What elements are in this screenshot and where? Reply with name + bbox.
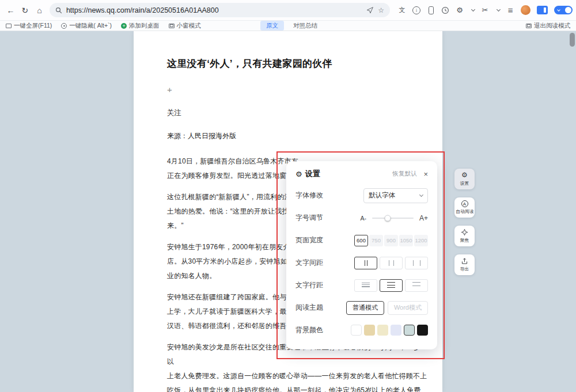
line-height-row: 文字行距 <box>295 274 428 296</box>
letter-spacing-wide-button[interactable] <box>405 257 428 269</box>
theme-word-button[interactable]: Word模式 <box>388 301 428 315</box>
download-icon[interactable]: ↓ <box>412 5 420 16</box>
rail-settings-button[interactable]: ⚙ 设置 <box>454 169 475 189</box>
auto-read-icon: A <box>461 200 468 207</box>
reading-area: 这里没有‘外人’，只有共建家园的伙伴 + 关注 来源：人民日报海外版 4月10日… <box>0 31 576 392</box>
width-option-750[interactable]: 750 <box>369 235 383 246</box>
rail-focus-button[interactable]: 聚焦 <box>454 226 475 246</box>
bg-swatch-cream[interactable] <box>377 325 388 336</box>
font-row: 字体修改 默认字体 <box>295 184 428 207</box>
line-height-tight-button[interactable] <box>354 279 377 292</box>
exit-reading-label: 退出阅读模式 <box>534 22 570 30</box>
line-height-medium-button[interactable] <box>380 279 403 292</box>
eye-icon <box>61 23 67 29</box>
window-icon <box>169 24 175 28</box>
profile-avatar[interactable] <box>521 5 530 15</box>
rail-export-label: 导出 <box>460 266 469 272</box>
gear-caret-icon[interactable] <box>471 7 475 11</box>
letter-spacing-tight-icon <box>365 260 367 266</box>
address-bar[interactable]: ☆ <box>50 3 390 17</box>
rail-focus-label: 聚焦 <box>460 237 469 243</box>
width-option-1200[interactable]: 1200 <box>414 235 428 246</box>
mini-window-button[interactable]: 小窗模式 <box>169 22 201 30</box>
address-bar-input[interactable] <box>66 6 362 14</box>
mini-window-label: 小窗模式 <box>177 22 201 30</box>
font-size-row: 字号调节 A- A+ <box>295 207 428 229</box>
add-to-desktop-button[interactable]: + 添加到桌面 <box>121 22 160 30</box>
reader-toolbar: 一键全屏(F11) 一键隐藏( Alt+`) + 添加到桌面 小窗模式 原文 对… <box>0 21 576 31</box>
width-option-1050[interactable]: 1050 <box>399 235 413 246</box>
font-size-decrease-button[interactable]: A- <box>360 215 366 222</box>
refresh-icon[interactable]: ↻ <box>18 3 32 17</box>
font-size-label: 字号调节 <box>295 213 340 223</box>
background-color-label: 背景颜色 <box>295 325 340 335</box>
settings-panel-header: ⚙ 设置 恢复默认 × <box>295 167 428 181</box>
settings-panel: ⚙ 设置 恢复默认 × 字体修改 默认字体 字号调节 A- <box>286 161 437 349</box>
line-height-medium-icon <box>387 282 395 288</box>
bg-swatch-white[interactable] <box>351 325 362 336</box>
tab-compare-summary[interactable]: 对照总结 <box>293 22 317 30</box>
back-icon[interactable]: ← <box>4 3 17 17</box>
page-width-label: 页面宽度 <box>295 235 340 245</box>
theme-normal-button[interactable]: 普通模式 <box>346 301 384 315</box>
sidebar-panel-icon[interactable] <box>537 6 548 14</box>
add-to-desktop-label: 添加到桌面 <box>129 22 160 30</box>
acceleration-toggle[interactable] <box>554 6 573 14</box>
rail-auto-read-button[interactable]: A 自动阅读 <box>454 197 475 218</box>
rail-export-button[interactable]: 导出 <box>454 254 475 275</box>
settings-gear-icon[interactable]: ⚙ <box>456 5 464 16</box>
width-option-900[interactable]: 900 <box>384 235 398 246</box>
phone-sync-icon[interactable] <box>427 5 435 16</box>
reader-side-rail: ⚙ 设置 A 自动阅读 聚焦 导出 <box>454 169 475 275</box>
width-option-600[interactable]: 600 <box>354 235 368 246</box>
menu-icon[interactable]: ≡ <box>506 5 514 16</box>
scissors-caret-icon[interactable] <box>497 7 501 11</box>
scrollbar-thumb[interactable] <box>570 33 575 47</box>
home-icon[interactable]: ⌂ <box>33 3 46 17</box>
browser-action-icons: 文 ↓ ⚙ ✂ ≡ <box>398 5 573 16</box>
letter-spacing-tight-button[interactable] <box>354 257 377 269</box>
letter-spacing-medium-icon <box>389 260 394 266</box>
bg-swatch-black[interactable] <box>417 325 428 336</box>
slider-thumb[interactable] <box>385 215 391 221</box>
rail-auto-read-label: 自动阅读 <box>456 208 473 215</box>
exit-reading-button[interactable]: 退出阅读模式 <box>526 22 570 30</box>
bg-swatch-teal-selected[interactable] <box>404 325 415 336</box>
export-icon <box>461 257 468 265</box>
toggle-knob <box>565 7 571 13</box>
close-icon[interactable]: × <box>423 170 428 178</box>
settings-panel-title: 设置 <box>305 169 320 179</box>
send-icon[interactable] <box>366 6 374 14</box>
reader-tabs: 原文 对照总结 <box>260 21 317 31</box>
bookmark-star-icon[interactable]: ☆ <box>378 6 384 14</box>
letter-spacing-row: 文字间距 <box>295 252 428 274</box>
letter-spacing-label: 文字间距 <box>295 258 340 268</box>
screenshot-scissors-icon[interactable]: ✂ <box>481 5 489 16</box>
rail-settings-label: 设置 <box>460 180 469 187</box>
reset-defaults-button[interactable]: 恢复默认 <box>392 170 416 178</box>
chevron-down-icon <box>419 193 423 197</box>
fullscreen-button[interactable]: 一键全屏(F11) <box>6 22 52 30</box>
circle-a-icon: A <box>461 200 468 207</box>
panel-gear-icon: ⚙ <box>295 170 302 178</box>
plus-circle-icon: + <box>121 23 127 29</box>
bg-swatch-lavender[interactable] <box>391 325 401 336</box>
bg-swatch-tan[interactable] <box>364 325 375 336</box>
monitor-icon <box>6 24 12 28</box>
hide-button[interactable]: 一键隐藏( Alt+`) <box>61 22 112 30</box>
article-source: 来源：人民日报海外版 <box>167 131 427 140</box>
font-size-slider[interactable] <box>372 218 414 219</box>
line-height-loose-button[interactable] <box>405 279 428 292</box>
follow-button[interactable]: 关注 <box>167 108 181 118</box>
font-select[interactable]: 默认字体 <box>363 188 428 203</box>
font-size-increase-button[interactable]: A+ <box>419 214 428 222</box>
focus-star-icon <box>461 229 468 236</box>
background-color-row: 背景颜色 <box>295 319 428 341</box>
exit-reading-icon <box>526 24 532 28</box>
tab-original[interactable]: 原文 <box>260 21 284 31</box>
history-icon[interactable] <box>441 5 449 16</box>
theme-label: 阅读主题 <box>295 303 340 313</box>
translate-icon[interactable]: 文 <box>398 5 406 16</box>
line-height-label: 文字行距 <box>295 280 340 290</box>
letter-spacing-medium-button[interactable] <box>380 257 403 269</box>
